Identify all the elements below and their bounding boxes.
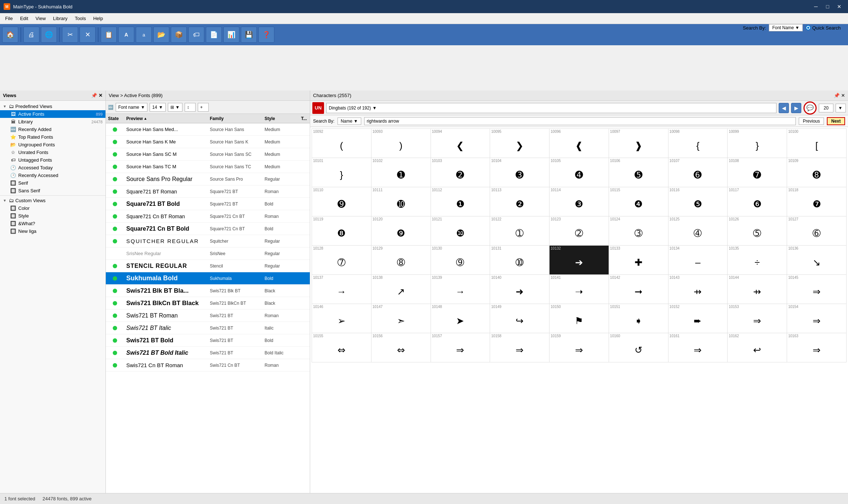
char-cell[interactable]: 10110➒	[312, 187, 371, 216]
col-state[interactable]: State	[106, 116, 124, 121]
chars-next-search-btn[interactable]: Next	[827, 117, 845, 125]
col-preview[interactable]: Preview ▲	[124, 116, 208, 121]
toolbar-btn-home[interactable]: 🏠	[2, 27, 18, 43]
char-cell[interactable]: 10122➀	[490, 216, 550, 246]
font-row[interactable]: SrisNee Regular SrisNee Regular	[106, 247, 310, 260]
font-row[interactable]: Swis721 BT Roman Swis721 BT Roman	[106, 309, 310, 322]
char-cell[interactable]: 10134–	[668, 246, 728, 275]
char-cell[interactable]: 10147➣	[371, 304, 431, 333]
char-cell[interactable]: 10107➏	[668, 158, 728, 187]
char-cell[interactable]: 10103➋	[431, 158, 490, 187]
sidebar-item-top-rated[interactable]: ⭐ Top Rated Fonts	[0, 133, 105, 141]
char-cell[interactable]: 10093)	[371, 129, 431, 158]
font-row[interactable]: Square721 Cn BT Bold Square721 Cn BT Bol…	[106, 223, 310, 235]
sidebar-item-recently-accessed[interactable]: 🕑 Recently Accessed	[0, 172, 105, 179]
char-cell[interactable]: 10099}	[728, 129, 787, 158]
char-cell[interactable]: 10095❯	[490, 129, 550, 158]
font-row[interactable]: Square721 Cn BT Roman Square721 Cn BT Ro…	[106, 210, 310, 223]
char-cell[interactable]: 10152➨	[668, 304, 728, 333]
sidebar-item-active-fonts[interactable]: 🖼 Active Fonts 899	[0, 110, 105, 118]
char-cell[interactable]: 10149↪	[490, 304, 550, 333]
font-row[interactable]: Source Han Sans SC M Source Han Sans SC …	[106, 148, 310, 161]
char-cell[interactable]: 10158⇒	[490, 333, 550, 362]
char-cell[interactable]: 10151➧	[609, 304, 668, 333]
char-cell[interactable]: 10140➜	[490, 275, 550, 304]
char-cell[interactable]: 10104➌	[490, 158, 550, 187]
char-cell[interactable]: 10126➄	[728, 216, 787, 246]
font-row[interactable]: Swis721 Blk BT Bla... Swis721 Blk BT Bla…	[106, 285, 310, 297]
char-cell[interactable]: 10136↘	[787, 246, 847, 275]
char-cell[interactable]: 10108➐	[728, 158, 787, 187]
char-cell[interactable]: 10092(	[312, 129, 371, 158]
chars-next-btn[interactable]: ▶	[791, 103, 801, 113]
font-row[interactable]: Source Han Sans K Me Source Han Sans K M…	[106, 136, 310, 148]
char-cell[interactable]: 10156⇔	[371, 333, 431, 362]
char-cell[interactable]: 10142➞	[609, 275, 668, 304]
menu-library[interactable]: Library	[49, 14, 71, 23]
font-add-btn[interactable]: +	[198, 103, 209, 112]
char-cell[interactable]: 10135÷	[728, 246, 787, 275]
sidebar-item-whatfont[interactable]: 🔲 &What?	[0, 220, 105, 227]
font-row[interactable]: Swis721 BlkCn BT Black Swis721 BlkCn BT …	[106, 297, 310, 309]
font-sort-icon[interactable]: ↕	[185, 103, 196, 112]
char-cell[interactable]: 10113❷	[490, 187, 550, 216]
char-cell[interactable]: 10114❸	[550, 187, 609, 216]
char-cell[interactable]: 10127➅	[787, 216, 847, 246]
font-row[interactable]: Source Sans Pro Regular Source Sans Pro …	[106, 173, 310, 185]
toolbar-btn-x[interactable]: ✕	[80, 27, 96, 43]
char-cell[interactable]: 10118❼	[787, 187, 847, 216]
col-style[interactable]: Style	[262, 116, 299, 121]
char-cell[interactable]: 10112❶	[431, 187, 490, 216]
font-row[interactable]: Source Han Sans TC M Source Han Sans TC …	[106, 161, 310, 173]
sidebar-item-accessed-today[interactable]: 🕐 Accessed Today	[0, 164, 105, 172]
char-cell[interactable]: 10100[	[787, 129, 847, 158]
toolbar-btn-folder[interactable]: 📂	[153, 27, 169, 43]
toolbar-btn-report[interactable]: 📊	[223, 27, 239, 43]
toolbar-btn-box[interactable]: 📦	[171, 27, 187, 43]
sidebar-item-untagged[interactable]: 🏷 Untagged Fonts	[0, 156, 105, 164]
char-cell[interactable]: 10119❽	[312, 216, 371, 246]
toolbar-btn-print[interactable]: 🖨	[23, 27, 39, 43]
sidebar-item-newliga[interactable]: 🔲 New liga	[0, 227, 105, 235]
chars-previous-btn[interactable]: Previous	[799, 118, 824, 125]
col-T[interactable]: T...	[299, 116, 310, 121]
char-cell[interactable]: 10153⇒	[728, 304, 787, 333]
toolbar-btn-cut[interactable]: ✂	[62, 27, 78, 43]
char-cell[interactable]: 10150⚑	[550, 304, 609, 333]
char-cell[interactable]: 10132➔	[550, 246, 609, 275]
font-row[interactable]: Square721 BT Roman Square721 BT Roman	[106, 185, 310, 198]
views-pin-icon[interactable]: 📌	[91, 93, 97, 98]
custom-views-section[interactable]: ▼ 🗂 Custom Views	[0, 196, 105, 204]
sidebar-item-color[interactable]: 🔲 Color	[0, 204, 105, 212]
toolbar-btn-a2[interactable]: a	[136, 27, 152, 43]
sidebar-item-unrated[interactable]: ☆ Unrated Fonts	[0, 149, 105, 156]
char-cell[interactable]: 10143⇸	[668, 275, 728, 304]
char-cell[interactable]: 10130➈	[431, 246, 490, 275]
toolbar-btn-help[interactable]: ❓	[258, 27, 274, 43]
char-cell[interactable]: 10096❰	[550, 129, 609, 158]
chars-search-type-btn[interactable]: Name ▼	[338, 118, 361, 125]
char-cell[interactable]: 10161⇒	[668, 333, 728, 362]
char-cell[interactable]: 10154⇒	[787, 304, 847, 333]
char-cell[interactable]: 10106➎	[609, 158, 668, 187]
char-cell[interactable]: 10102➊	[371, 158, 431, 187]
char-cell[interactable]: 10139→	[431, 275, 490, 304]
font-row[interactable]: Swis721 BT Italic Swis721 BT Italic	[106, 322, 310, 334]
font-row[interactable]: Swis721 Cn BT Roman Swis721 Cn BT Roman	[106, 359, 310, 372]
char-cell[interactable]: 10159⇒	[550, 333, 609, 362]
toolbar-btn-a1[interactable]: A	[118, 27, 134, 43]
toolbar-btn-save[interactable]: 💾	[241, 27, 257, 43]
char-cell[interactable]: 10116❺	[668, 187, 728, 216]
char-cell[interactable]: 10129➇	[371, 246, 431, 275]
menu-view[interactable]: View	[32, 14, 49, 23]
menu-tools[interactable]: Tools	[71, 14, 89, 23]
char-cell[interactable]: 10131➉	[490, 246, 550, 275]
char-cell[interactable]: 10162↩	[728, 333, 787, 362]
sidebar-item-serif[interactable]: 🔲 Serif	[0, 179, 105, 187]
font-row[interactable]: STENCIL REGULAR Stencil Regular	[106, 260, 310, 272]
chars-speech-btn[interactable]: 💬	[803, 101, 817, 115]
char-cell[interactable]: 10141➝	[550, 275, 609, 304]
toolbar-btn-doc[interactable]: 📄	[206, 27, 222, 43]
char-cell[interactable]: 10101}	[312, 158, 371, 187]
chars-close-icon[interactable]: ✕	[841, 93, 845, 98]
